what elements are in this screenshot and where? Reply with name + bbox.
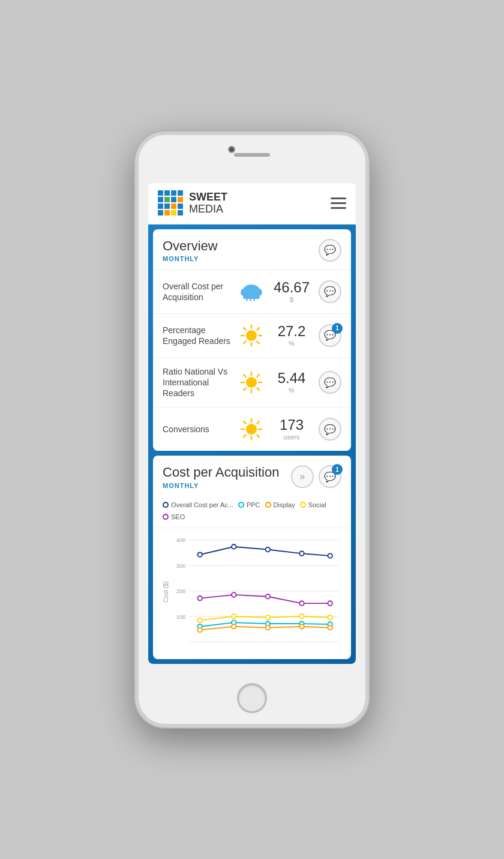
chart-legend: Overall Cost per Ac... PPC Display Socia… <box>153 496 351 528</box>
overview-card-header: Overview MONTHLY 💬 <box>153 229 351 270</box>
svg-line-28 <box>244 328 246 330</box>
svg-point-83 <box>328 625 332 630</box>
metric-comment-button-engaged[interactable]: 💬 1 <box>319 324 341 347</box>
svg-point-62 <box>299 551 304 556</box>
svg-line-30 <box>257 328 260 330</box>
blue-banner: Overview MONTHLY 💬 Overall Cost per Acqu… <box>148 225 356 665</box>
metric-comment-button-conversions[interactable]: 💬 <box>319 418 341 441</box>
svg-text:300: 300 <box>176 562 186 568</box>
metric-row-conversions: Conversions <box>153 408 351 451</box>
metric-value-cost: 46.67 $ <box>271 280 313 303</box>
svg-line-47 <box>257 435 260 438</box>
legend-label-seo: SEO <box>171 513 185 520</box>
chart-title-block: Cost per Acquisition MONTHLY <box>163 465 279 489</box>
cloud-rain-icon <box>238 279 265 305</box>
svg-line-39 <box>257 375 260 377</box>
metric-label-ratio: Ratio National Vs International Readers <box>163 366 232 399</box>
svg-point-67 <box>299 601 304 606</box>
metric-row-engaged: Percentage Engaged Readers <box>153 314 351 358</box>
chart-header: Cost per Acquisition MONTHLY » 💬 1 <box>153 456 351 496</box>
svg-rect-9 <box>164 203 170 209</box>
svg-rect-13 <box>164 210 170 216</box>
legend-item-display: Display <box>265 501 295 508</box>
svg-line-29 <box>257 341 260 343</box>
svg-rect-14 <box>171 210 176 216</box>
svg-rect-8 <box>158 203 163 209</box>
svg-rect-0 <box>158 190 163 196</box>
chart-actions: » 💬 1 <box>291 465 341 488</box>
legend-label-overall: Overall Cost per Ac... <box>171 501 233 508</box>
legend-label-ppc: PPC <box>247 501 260 508</box>
svg-line-40 <box>244 388 246 391</box>
svg-point-65 <box>232 592 236 597</box>
svg-point-59 <box>197 552 202 557</box>
logo-text: SWEET MEDIA <box>189 191 227 216</box>
legend-dot-overall <box>163 502 169 508</box>
legend-item-overall: Overall Cost per Ac... <box>163 501 233 508</box>
svg-point-63 <box>328 553 332 558</box>
svg-rect-12 <box>158 210 163 216</box>
chart-area: Cost ($) 400 <box>153 528 351 660</box>
metric-comment-button-cost[interactable]: 💬 <box>319 280 341 303</box>
metric-comment-button-ratio[interactable]: 💬 <box>319 371 341 394</box>
comment-icon: 💬 <box>324 244 336 256</box>
phone-frame: SWEET MEDIA Overview MONTHLY <box>135 131 369 728</box>
metric-label-engaged: Percentage Engaged Readers <box>163 325 232 346</box>
svg-point-66 <box>266 594 271 599</box>
sun-icon-ratio <box>238 369 265 396</box>
metric-label-cost: Overall Cost per Acquisition <box>163 281 232 303</box>
phone-home-button[interactable] <box>237 683 267 713</box>
comment-badge-engaged: 1 <box>332 323 343 334</box>
svg-rect-4 <box>158 197 163 202</box>
svg-line-49 <box>244 435 246 438</box>
forward-icon: » <box>300 471 305 482</box>
metric-value-ratio: 5.44 % <box>271 371 313 394</box>
metric-row-cost: Overall Cost per Acquisition <box>153 270 351 314</box>
chart-forward-button[interactable]: » <box>291 465 314 488</box>
svg-point-41 <box>246 424 257 435</box>
legend-dot-seo <box>163 514 169 520</box>
svg-text:400: 400 <box>176 537 186 543</box>
svg-point-61 <box>266 547 271 552</box>
svg-point-23 <box>246 330 257 341</box>
y-axis-title: Cost ($) <box>163 534 169 650</box>
phone-speaker <box>234 153 270 157</box>
svg-rect-5 <box>164 197 170 202</box>
cost-chart-card: Cost per Acquisition MONTHLY » 💬 1 <box>153 456 351 659</box>
overview-comment-button[interactable]: 💬 <box>319 239 341 262</box>
svg-point-32 <box>246 377 257 388</box>
svg-rect-6 <box>171 197 176 202</box>
svg-point-60 <box>232 544 236 549</box>
overview-title-block: Overview MONTHLY <box>163 239 218 262</box>
svg-line-46 <box>244 421 246 424</box>
legend-item-ppc: PPC <box>238 501 260 508</box>
sun-icon-engaged <box>238 322 265 349</box>
svg-point-82 <box>299 624 304 629</box>
metric-value-conversions: 173 users <box>271 418 313 441</box>
svg-rect-15 <box>178 210 183 216</box>
sun-icon-conversions <box>238 416 265 442</box>
hamburger-button[interactable] <box>331 197 346 209</box>
svg-rect-10 <box>171 203 176 209</box>
legend-label-social: Social <box>308 501 326 508</box>
logo: SWEET MEDIA <box>158 190 227 217</box>
svg-rect-11 <box>178 203 183 209</box>
legend-label-display: Display <box>274 501 295 508</box>
legend-dot-social <box>300 502 306 508</box>
svg-point-73 <box>328 615 332 620</box>
svg-line-31 <box>244 341 246 343</box>
chart-subtitle: MONTHLY <box>163 482 279 489</box>
legend-dot-display <box>265 502 271 508</box>
chart-comment-badge: 1 <box>332 464 343 475</box>
metric-value-engaged: 27.2 % <box>271 324 313 347</box>
svg-text:100: 100 <box>176 613 186 619</box>
svg-point-81 <box>266 625 271 630</box>
svg-line-48 <box>257 421 260 424</box>
svg-point-69 <box>197 618 202 622</box>
comment-icon: 💬 <box>324 377 336 388</box>
overview-title: Overview <box>163 239 218 253</box>
chart-comment-button[interactable]: 💬 1 <box>319 465 341 488</box>
app-header: SWEET MEDIA <box>148 183 356 225</box>
svg-line-38 <box>257 388 260 391</box>
svg-point-64 <box>197 595 202 600</box>
